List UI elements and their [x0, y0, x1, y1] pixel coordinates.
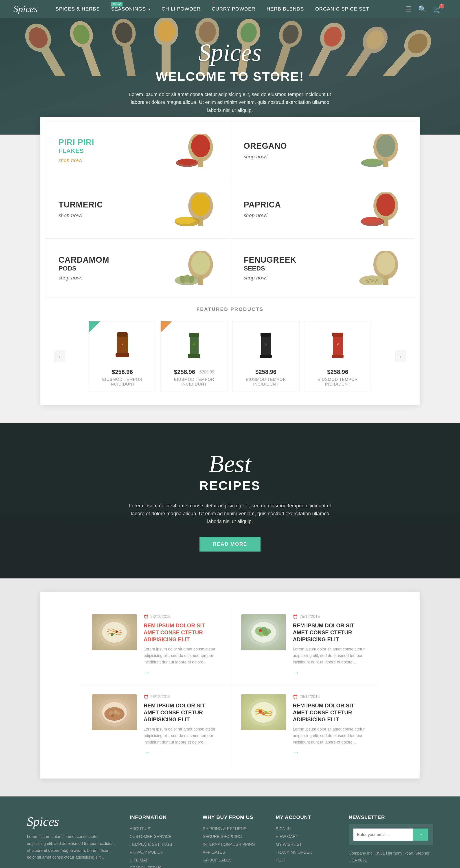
product-sub-piri-piri: FLAKES: [59, 147, 172, 155]
featured-name-4: EIUSMOD TEMPOR INCIDIDUNT: [309, 377, 367, 387]
footer-link-template-settings[interactable]: TEMPLATE SETTINGS: [130, 842, 172, 847]
svg-rect-19: [381, 49, 413, 76]
product-name-paprica: PAPRICA: [244, 200, 357, 210]
product-card-fenugreek[interactable]: FENUGREEK SEEDS shop now!: [230, 239, 415, 298]
cart-count: 1: [439, 4, 444, 8]
footer-link-site-map[interactable]: SITE MAP: [130, 858, 149, 862]
hero-description: Lorem ipsum dolor sit amet conse ctetur …: [129, 90, 331, 114]
svg-point-98: [104, 707, 125, 721]
newsletter-submit-btn[interactable]: →: [413, 829, 428, 841]
blog-arrow-2[interactable]: →: [293, 669, 299, 676]
product-card-cardamom[interactable]: CARDAMOM PODS shop now!: [45, 239, 230, 298]
footer-link-view-cart[interactable]: VIEW CART: [276, 834, 298, 839]
site-logo[interactable]: Spices: [13, 4, 37, 14]
cart-icon[interactable]: 🛒1: [433, 5, 447, 13]
product-link-piri-piri[interactable]: shop now!: [59, 157, 172, 163]
footer-link-privacy-policy[interactable]: PRIVACY POLICY: [130, 850, 163, 855]
blog-title-2: REM IPSUM DOLOR SIT AMET CONSE CTETUR AD…: [293, 622, 368, 643]
hero-content: Spices WELCOME TO STORE! Lorem ipsum dol…: [129, 38, 331, 114]
blog-date-1: ⏰23/12/2015: [144, 614, 219, 619]
blog-arrow-4[interactable]: →: [293, 749, 299, 756]
blog-title-4: REM IPSUM DOLOR SIT AMET CONSE CTETUR AD…: [293, 702, 368, 723]
featured-name-2: EIUSMOD TEMPOR INCIDIDUNT: [165, 377, 223, 387]
product-link-paprica[interactable]: shop now!: [244, 212, 357, 219]
product-img-oregano: [357, 132, 401, 168]
svg-rect-69: [117, 332, 127, 337]
footer-link-customer-service[interactable]: CUSTOMER SERVICE: [130, 834, 172, 839]
product-card-turmeric[interactable]: TURMERIC shop now!: [45, 180, 230, 239]
read-more-btn[interactable]: READ MORE: [200, 537, 260, 552]
svg-point-61: [366, 279, 368, 281]
footer-why-buy-links: SHIPPING & RETURNS SECURE SHOPPING INTER…: [203, 827, 262, 863]
blog-desc-3: Lorem ipsum dolor sit amet conse ctetur …: [144, 726, 219, 745]
newsletter-input[interactable]: [354, 829, 413, 841]
svg-rect-37: [383, 158, 389, 167]
recipes-description: Lorem ipsum dolor sit amet conse ctetur …: [129, 502, 331, 526]
svg-rect-77: [260, 333, 271, 337]
product-img-piri-piri: [172, 132, 216, 168]
footer-address: Company Inc., 3961 Harmony Road, Stepher…: [349, 850, 433, 864]
blog-arrow-1[interactable]: →: [144, 669, 150, 676]
footer-top: Spices Lorem ipsum dolor sit amet conse …: [27, 814, 433, 868]
blog-grid: ⏰23/12/2015 REM IPSUM DOLOR SIT AMET CON…: [81, 606, 379, 765]
product-name-fenugreek: FENUGREEK: [244, 255, 357, 265]
carousel-next-btn[interactable]: ›: [395, 351, 406, 362]
nav-chili-powder[interactable]: CHILI POWDER: [161, 6, 201, 12]
recipes-section: Best RECIPES Lorem ipsum dolor sit amet …: [0, 423, 460, 579]
product-link-cardamom[interactable]: shop now!: [59, 274, 172, 281]
blog-title-1: REM IPSUM DOLOR SIT AMET CONSE CTETUR AD…: [144, 622, 219, 643]
header: Spices SPICES & HERBS NEW SEASONINGS ▾ C…: [0, 0, 460, 18]
featured-price-4: $258.96: [309, 369, 367, 375]
footer-link-shipping[interactable]: SHIPPING & RETURNS: [203, 827, 246, 831]
footer-link-intl-shipping[interactable]: INTERNATIONAL SHIPPING: [203, 842, 255, 847]
blog-arrow-3[interactable]: →: [144, 749, 150, 756]
svg-rect-74: [188, 354, 201, 358]
product-card-piri-piri[interactable]: PIRI PIRI FLAKES shop now!: [45, 121, 230, 180]
main-nav: SPICES & HERBS NEW SEASONINGS ▾ CHILI PO…: [55, 6, 405, 12]
carousel-prev-btn[interactable]: ‹: [54, 351, 65, 362]
blog-img-2: [241, 614, 286, 650]
footer-link-group-sales[interactable]: GROUP SALES: [203, 858, 232, 862]
featured-img-1: 🌶: [93, 328, 151, 364]
svg-point-86: [111, 633, 114, 636]
featured-price-2: $258.96: [174, 369, 195, 375]
product-card-oregano[interactable]: OREGANO shop now!: [230, 121, 415, 180]
product-img-fenugreek: [357, 250, 401, 286]
footer-link-wishlist[interactable]: MY WISHLIST: [276, 842, 302, 847]
nav-curry-powder[interactable]: CURRY POWDER: [212, 6, 255, 12]
nav-organic-spice-set[interactable]: ORGANIC SPICE SET: [315, 6, 369, 12]
footer-my-account-col: MY ACCOUNT SIGN IN VIEW CART MY WISHLIST…: [276, 814, 335, 868]
footer-link-sign-in[interactable]: SIGN IN: [276, 827, 291, 831]
featured-product-3[interactable]: ⚫ $258.96 EIUSMOD TEMPOR INCIDIDUNT: [232, 321, 300, 392]
svg-rect-82: [332, 354, 343, 358]
svg-point-58: [376, 252, 395, 275]
svg-rect-17: [345, 46, 372, 76]
featured-product-1[interactable]: 🌶 $258.96 EIUSMOD TEMPOR INCIDIDUNT: [89, 321, 156, 392]
svg-text:🌶: 🌶: [121, 343, 123, 345]
search-icon[interactable]: 🔍: [418, 5, 427, 13]
product-name-cardamom: CARDAMOM: [59, 255, 172, 265]
menu-icon[interactable]: ☰: [405, 5, 411, 13]
svg-point-46: [376, 193, 395, 216]
product-link-turmeric[interactable]: shop now!: [59, 212, 172, 219]
svg-point-108: [265, 711, 267, 714]
footer-newsletter-col: NEWSLETTER → Company Inc., 3961 Harmony …: [349, 814, 433, 868]
footer-link-search-terms[interactable]: SEARCH TERMS: [130, 866, 162, 868]
nav-seasonings[interactable]: NEW SEASONINGS ▾: [111, 6, 151, 12]
featured-product-2[interactable]: 🌿 $258.96 $289.99 EIUSMOD TEMPOR INCIDID…: [160, 321, 228, 392]
footer-link-secure-shopping[interactable]: SECURE SHOPPING: [203, 834, 242, 839]
product-link-oregano[interactable]: shop now!: [244, 153, 357, 160]
footer-about-col: Spices Lorem ipsum dolor sit amet conse …: [27, 814, 116, 868]
footer-link-affiliates[interactable]: AFFILIATES: [203, 850, 225, 855]
svg-rect-1: [40, 45, 67, 76]
featured-product-4[interactable]: 🌶 $258.96 EIUSMOD TEMPOR INCIDIDUNT: [304, 321, 371, 392]
recipes-content: Best RECIPES Lorem ipsum dolor sit amet …: [129, 450, 331, 552]
footer-link-track-order[interactable]: TRACK MY ORDER: [276, 850, 312, 855]
product-card-paprica[interactable]: PAPRICA shop now!: [230, 180, 415, 239]
footer-link-help[interactable]: HELP: [276, 858, 286, 862]
product-link-fenugreek[interactable]: shop now!: [244, 274, 357, 281]
footer-link-about-us[interactable]: ABOUT US: [130, 827, 150, 831]
nav-herb-blends[interactable]: HERB BLENDS: [267, 6, 304, 12]
nav-spices-herbs[interactable]: SPICES & HERBS: [55, 6, 100, 12]
product-grid: PIRI PIRI FLAKES shop now!: [45, 121, 415, 298]
